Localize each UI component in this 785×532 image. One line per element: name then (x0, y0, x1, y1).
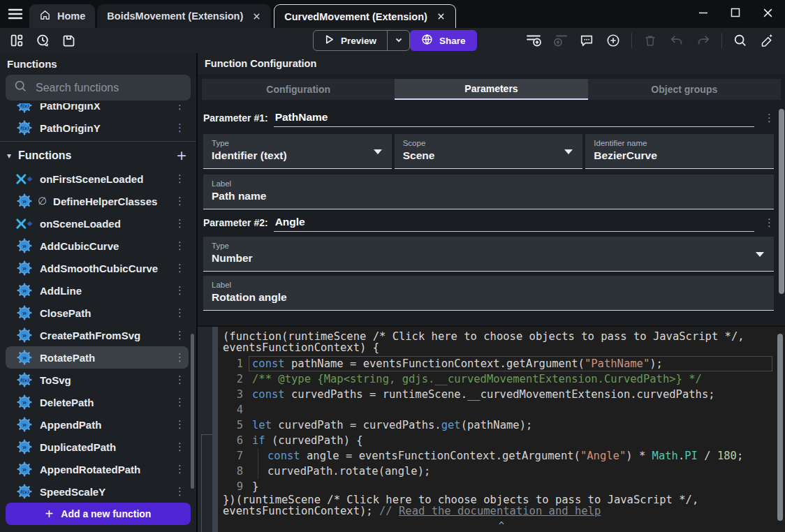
sidebar-item-addsmoothcubiccurve[interactable]: »AddSmoothCubicCurve⋮ (6, 257, 189, 279)
sidebar-item-speedscaley[interactable]: f(x)SpeedScaleY⋮ (6, 480, 189, 498)
sidebar-item-rotatepath[interactable]: »RotatePath⋮ (6, 346, 189, 369)
tab-parameters[interactable]: Parameters (395, 79, 587, 100)
editor-scrollbar[interactable] (777, 334, 783, 521)
item-menu-icon[interactable]: ⋮ (175, 441, 184, 453)
close-tab-icon[interactable] (252, 12, 261, 21)
sidebar-item-createpathfromsvg[interactable]: »CreatePathFromSvg⋮ (6, 324, 189, 346)
sidebar-item-pathoriginy[interactable]: f(x)PathOriginY⋮ (6, 117, 189, 139)
preview-button[interactable]: Preview (314, 31, 387, 50)
code-editor[interactable]: (function(runtimeScene /* Click here to … (218, 327, 785, 532)
project-manager-icon[interactable] (8, 32, 25, 49)
search-placeholder: Search functions (36, 82, 119, 94)
sidebar-item-onfirstsceneloaded[interactable]: onFirstSceneLoaded⋮ (6, 168, 189, 190)
identifier-name-field[interactable]: Identifier name BezierCurve (585, 134, 774, 169)
code-line[interactable]: 1const pathName = eventsFunctionContext.… (218, 356, 785, 371)
add-circle-icon[interactable] (605, 32, 622, 49)
sidebar-item-appendpath[interactable]: »AppendPath⋮ (6, 413, 189, 436)
scope-select[interactable]: Scope Scene (395, 134, 583, 169)
parameter-2-header: Parameter #2: Angle ⋮ (203, 216, 774, 232)
code-line[interactable]: 5let curvedPath = curvedPaths.get(pathNa… (218, 418, 785, 433)
item-menu-icon[interactable]: ⋮ (175, 103, 184, 112)
tab-object-groups[interactable]: Object groups (588, 79, 781, 100)
sidebar-item-addcubiccurve[interactable]: »AddCubicCurve⋮ (6, 235, 189, 257)
parameter-menu-icon[interactable]: ⋮ (764, 112, 774, 127)
sidebar-item-tosvg[interactable]: f(x)ToSvg⋮ (6, 369, 189, 391)
item-menu-icon[interactable]: ⋮ (175, 306, 184, 319)
search-icon[interactable] (732, 32, 749, 49)
undo-icon[interactable] (668, 32, 685, 49)
item-menu-icon[interactable]: ⋮ (175, 217, 184, 230)
code-line[interactable]: 3const curvedPaths = runtimeScene.__curv… (218, 387, 785, 402)
label-field[interactable]: Label Rotation angle (203, 276, 774, 311)
svg-text:f(x): f(x) (20, 378, 30, 383)
preview-dropdown-button[interactable] (387, 31, 409, 50)
minimize-button[interactable] (696, 3, 711, 22)
item-menu-icon[interactable]: ⋮ (175, 262, 184, 274)
sidebar-item-definehelperclasses[interactable]: »∅DefineHelperClasses⋮ (6, 190, 189, 212)
sidebar-item-appendrotatedpath[interactable]: »AppendRotatedPath⋮ (6, 458, 189, 480)
code-line[interactable]: 9} (218, 479, 785, 494)
code-line[interactable]: 6if (curvedPath) { (218, 433, 785, 448)
item-menu-icon[interactable]: ⋮ (175, 374, 184, 386)
share-label: Share (439, 36, 466, 46)
redo-icon[interactable] (695, 32, 712, 49)
save-icon[interactable] (60, 32, 77, 49)
item-menu-icon[interactable]: ⋮ (175, 284, 184, 297)
tab-configuration[interactable]: Configuration (202, 79, 395, 100)
item-menu-icon[interactable]: ⋮ (175, 396, 184, 408)
trash-icon[interactable] (642, 32, 659, 49)
parameter-name-input[interactable]: Angle (274, 216, 754, 232)
parameters-scrollbar[interactable] (779, 109, 784, 294)
sidebar-item-onsceneloaded[interactable]: onSceneLoaded⋮ (6, 212, 189, 235)
item-menu-icon[interactable]: ⋮ (175, 329, 184, 341)
collapse-editor-caret[interactable]: ^ (499, 520, 504, 531)
toolbar-separator (721, 33, 722, 48)
code-line[interactable]: 7const angle = eventsFunctionContext.get… (218, 448, 785, 464)
sidebar-item-addline[interactable]: »AddLine⋮ (6, 279, 189, 302)
item-menu-icon[interactable]: ⋮ (175, 485, 184, 498)
action-gear-icon: » (15, 439, 34, 455)
code-line[interactable]: 8curvedPath.rotate(angle); (218, 464, 785, 479)
parameter-menu-icon[interactable]: ⋮ (764, 216, 774, 232)
edit-wand-icon[interactable] (758, 32, 775, 49)
maximize-button[interactable] (728, 3, 743, 22)
add-comment-icon[interactable] (578, 32, 595, 49)
item-menu-icon[interactable]: ⋮ (175, 418, 184, 431)
functions-section-header[interactable]: ▾Functions+ (0, 144, 196, 168)
item-menu-icon[interactable]: ⋮ (175, 239, 184, 252)
label-field[interactable]: Label Path name (203, 175, 774, 209)
code-line[interactable]: 2/** @type {Map<string, gdjs.__curvedMov… (218, 371, 785, 387)
code-line[interactable]: 4 (218, 402, 785, 418)
history-icon[interactable] (34, 32, 51, 49)
type-select[interactable]: Type Number (203, 237, 774, 272)
share-button[interactable]: Share (410, 30, 477, 51)
sidebar-item-pathoriginx[interactable]: f(x)PathOriginX⋮ (6, 103, 189, 117)
item-menu-icon[interactable]: ⋮ (175, 351, 184, 364)
plus-icon[interactable]: + (177, 149, 186, 163)
sidebar-item-deletepath[interactable]: »DeletePath⋮ (6, 391, 189, 413)
tab-home[interactable]: Home (29, 4, 95, 28)
documentation-link[interactable]: Read the documentation and help (399, 505, 601, 517)
item-menu-icon[interactable]: ⋮ (175, 121, 184, 134)
main-menu-icon[interactable] (6, 6, 25, 22)
tab-curvedmovement[interactable]: CurvedMovement (Extension) (274, 4, 456, 28)
sidebar-item-closepath[interactable]: »ClosePath⋮ (6, 302, 189, 324)
tab-boidsmovement[interactable]: BoidsMovement (Extension) (97, 4, 271, 28)
parameter-name-input[interactable]: PathName (274, 111, 754, 127)
search-functions-input[interactable]: Search functions (6, 75, 191, 101)
close-tab-icon[interactable] (436, 12, 446, 21)
svg-text:»: » (22, 197, 27, 206)
add-subevent-icon[interactable] (552, 32, 568, 49)
sidebar-item-duplicatedpath[interactable]: »DuplicatedPath⋮ (6, 436, 189, 458)
sidebar-scrollbar[interactable] (191, 334, 194, 489)
item-menu-icon[interactable]: ⋮ (175, 195, 184, 207)
field-value: Number (212, 252, 765, 265)
svg-text:»: » (22, 398, 27, 407)
item-menu-icon[interactable]: ⋮ (175, 172, 184, 185)
add-function-button[interactable]: + Add a new function (6, 503, 191, 525)
svg-text:»: » (22, 242, 27, 251)
close-button[interactable] (760, 3, 775, 22)
item-menu-icon[interactable]: ⋮ (175, 463, 184, 475)
add-event-icon[interactable] (525, 32, 542, 49)
type-select[interactable]: Type Identifier (text) (203, 134, 392, 169)
